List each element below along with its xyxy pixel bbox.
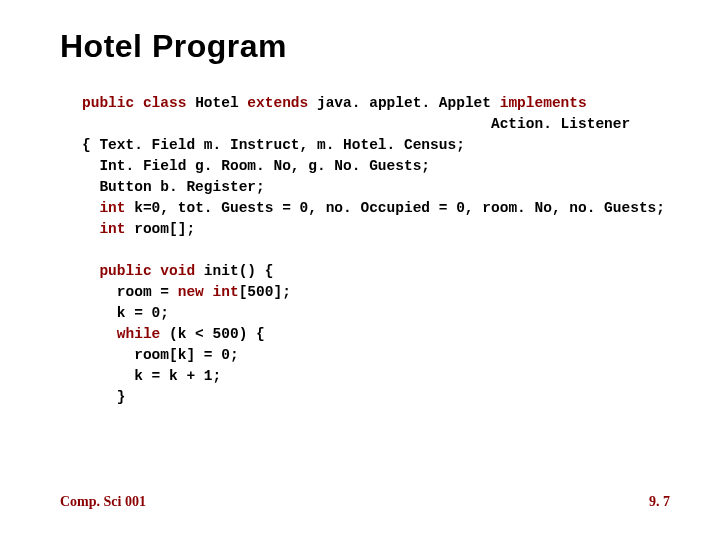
code-line-3: { Text. Field m. Instruct, m. Hotel. Cen… <box>82 137 465 153</box>
code-block: public class Hotel extends java. applet.… <box>82 93 670 408</box>
code-line-11: (k < 500) { <box>169 326 265 342</box>
slide-title: Hotel Program <box>60 28 670 65</box>
code-line-6: k=0, tot. Guests = 0, no. Occupied = 0, … <box>134 200 665 216</box>
kw-implements: implements <box>500 95 587 111</box>
kw-extends: extends <box>247 95 317 111</box>
kw-new-int: new int <box>178 284 239 300</box>
code-line-10: k = 0; <box>82 305 169 321</box>
footer-right: 9. 7 <box>649 494 670 510</box>
footer-left: Comp. Sci 001 <box>60 494 146 509</box>
class-name: Hotel <box>195 95 247 111</box>
kw-public-void: public void <box>82 263 204 279</box>
kw-while: while <box>82 326 169 342</box>
interface-name: Action. Listener <box>491 116 630 132</box>
code-line-14: } <box>82 389 126 405</box>
code-line-9c: [500]; <box>239 284 291 300</box>
method-sig: init() { <box>204 263 274 279</box>
kw-public-class: public class <box>82 95 195 111</box>
applet-name: java. applet. Applet <box>317 95 500 111</box>
code-line-9a: room = <box>82 284 178 300</box>
code-line-7: room[]; <box>134 221 195 237</box>
code-line-4: Int. Field g. Room. No, g. No. Guests; <box>82 158 430 174</box>
footer: Comp. Sci 001 9. 7 <box>60 492 670 510</box>
slide: Hotel Program public class Hotel extends… <box>0 0 720 540</box>
code-line-12: room[k] = 0; <box>82 347 239 363</box>
kw-int-1: int <box>82 200 134 216</box>
kw-int-2: int <box>82 221 134 237</box>
code-line-13: k = k + 1; <box>82 368 221 384</box>
code-line-5: Button b. Register; <box>82 179 265 195</box>
